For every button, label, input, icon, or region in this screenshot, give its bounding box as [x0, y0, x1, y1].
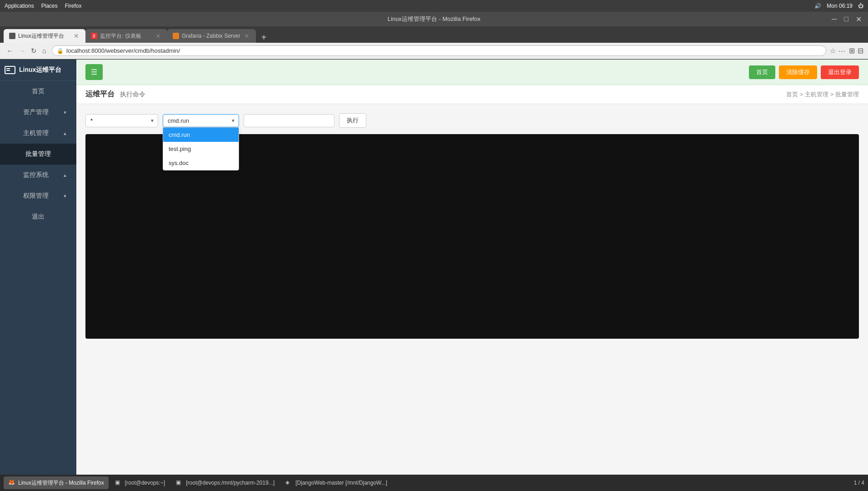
address-bar-wrap[interactable]: 🔒 — [52, 45, 826, 56]
forward-btn[interactable]: → — [17, 46, 27, 55]
sidebar-logo: Linux运维平台 — [0, 60, 76, 81]
tab-title-grafana: Grafana - Zabbix Server — [182, 33, 240, 39]
tab-close-monitor[interactable]: ✕ — [155, 32, 162, 40]
firefox-menu[interactable]: Firefox — [65, 3, 82, 9]
menu-toggle-btn[interactable]: ☰ — [85, 64, 103, 80]
browser-title: Linux运维管理平台 - Mozilla Firefox — [388, 15, 480, 23]
tab-icon-grafana — [173, 33, 179, 39]
arrow-assets: ▼ — [63, 110, 67, 115]
tab-title-monitor: 监控平台: 仪表板 — [100, 32, 152, 40]
btn-clear[interactable]: 清除缓存 — [779, 65, 817, 79]
taskbar-label-terminal2: [root@devops:/mnt/pycharm-2019...] — [186, 480, 274, 486]
browser-tabs: Linux运维管理平台 ✕ Z 监控平台: 仪表板 ✕ Grafana - Za… — [0, 26, 868, 43]
lock-icon: 🔒 — [57, 48, 64, 54]
cmd-input[interactable] — [244, 114, 334, 127]
browser-titlebar: Linux运维管理平台 - Mozilla Firefox ─ □ ✕ — [0, 12, 868, 26]
sidebar-label-permissions: 权限管理 — [9, 192, 63, 200]
sidebar-item-monitoring[interactable]: 监控系统 ▲ — [0, 165, 76, 185]
sidebar-label-monitoring: 监控系统 — [9, 171, 63, 179]
tab-monitor[interactable]: Z 监控平台: 仪表板 ✕ — [85, 29, 167, 43]
address-input[interactable] — [66, 47, 821, 54]
tab-title-linux: Linux运维管理平台 — [18, 32, 70, 40]
page-title: 运维平台 执行命令 — [85, 90, 145, 99]
main-content: ☰ 首页 清除缓存 退出登录 运维平台 执行命令 首页 > 主机管理 > 批量管… — [76, 60, 868, 491]
cmd-option-testping[interactable]: test.ping — [163, 142, 239, 156]
cmd-select-input-wrapper[interactable]: cmd.run test.ping sys.doc — [163, 114, 239, 127]
execute-btn[interactable]: 执行 — [339, 113, 366, 128]
back-btn[interactable]: ← — [5, 46, 15, 55]
arrow-hostmgmt: ▲ — [63, 131, 67, 136]
tab-close-grafana[interactable]: ✕ — [243, 32, 250, 40]
header-actions: 首页 清除缓存 退出登录 — [749, 65, 859, 79]
applications-menu[interactable]: Applications — [5, 3, 34, 9]
close-btn[interactable]: ✕ — [854, 15, 863, 24]
volume-icon[interactable]: 🔊 — [814, 3, 821, 9]
minimize-btn[interactable]: ─ — [830, 15, 838, 23]
sidebar: Linux运维平台 首页 资产管理 ▼ 主机管理 ▲ 批量管理 监控系统 ▲ 权… — [0, 60, 76, 491]
tab-close-linux[interactable]: ✕ — [73, 32, 80, 40]
tab-linux[interactable]: Linux运维管理平台 ✕ — [4, 29, 85, 43]
host-select[interactable]: * — [85, 114, 158, 127]
sidebar-item-batchmgmt[interactable]: 批量管理 — [0, 144, 76, 165]
os-topbar: Applications Places Firefox 🔊 Mon 06:19 … — [0, 0, 868, 12]
cmd-select[interactable]: cmd.run test.ping sys.doc — [163, 114, 239, 127]
menu-icon[interactable]: ⋯ — [838, 47, 845, 55]
tab-grafana[interactable]: Grafana - Zabbix Server ✕ — [167, 29, 256, 43]
sidebar-item-permissions[interactable]: 权限管理 ▼ — [0, 185, 76, 206]
library-icon[interactable]: ⊞ — [849, 46, 855, 55]
sidebar-item-logout[interactable]: 退出 — [0, 206, 76, 227]
address-actions: ☆ ⋯ — [830, 47, 845, 55]
taskbar-item-terminal2[interactable]: ▣ [root@devops:/mnt/pycharm-2019...] — [171, 476, 279, 489]
browser-chrome: Linux运维管理平台 - Mozilla Firefox ─ □ ✕ Linu… — [0, 12, 868, 60]
places-menu[interactable]: Places — [41, 3, 58, 9]
toolbar-row: * cmd.run test.ping sys.doc cmd.run — [85, 113, 859, 128]
sidebar-item-hostmgmt[interactable]: 主机管理 ▲ — [0, 123, 76, 144]
taskbar-item-django[interactable]: ◈ [DjangoWeb-master [/mnt/DjangoW...] — [281, 476, 392, 489]
taskbar-firefox-icon: 🦊 — [8, 479, 15, 486]
taskbar-django-icon: ◈ — [285, 479, 293, 486]
arrow-monitoring: ▲ — [63, 173, 67, 178]
taskbar-label-django: [DjangoWeb-master [/mnt/DjangoW...] — [295, 480, 387, 486]
tab-icon-monitor: Z — [91, 33, 97, 39]
sidebar-label-logout: 退出 — [9, 213, 67, 221]
sidebar-label-batchmgmt: 批量管理 — [9, 150, 67, 158]
taskbar-right: 1 / 4 — [854, 480, 864, 486]
nav-buttons: ← → ↻ ⌂ — [5, 46, 48, 56]
content-area: * cmd.run test.ping sys.doc cmd.run — [76, 104, 868, 491]
cmd-dropdown-container[interactable]: cmd.run test.ping sys.doc cmd.run test.p… — [163, 114, 239, 127]
taskbar-terminal2-icon: ▣ — [176, 479, 183, 486]
page-title-text: 运维平台 — [85, 90, 115, 98]
taskbar-terminal1-icon: ▣ — [115, 479, 122, 486]
taskbar: 🦊 Linux运维管理平台 - Mozilla Firefox ▣ [root@… — [0, 475, 868, 491]
btn-home[interactable]: 首页 — [749, 65, 775, 79]
cmd-option-sysdoc[interactable]: sys.doc — [163, 156, 239, 170]
btn-logout[interactable]: 退出登录 — [821, 65, 859, 79]
power-icon[interactable]: ⏻ — [858, 3, 863, 9]
clock: Mon 06:19 — [827, 3, 853, 9]
sidebar-item-assets[interactable]: 资产管理 ▼ — [0, 102, 76, 123]
sidebar-item-home[interactable]: 首页 — [0, 81, 76, 102]
tab-icon-linux — [9, 33, 15, 39]
page-subtitle-text: 执行命令 — [120, 90, 145, 98]
browser-addressbar: ← → ↻ ⌂ 🔒 ☆ ⋯ ⊞ ⊟ — [0, 43, 868, 59]
titlebar-controls: ─ □ ✕ — [830, 15, 863, 24]
sidebar-label-home: 首页 — [9, 87, 67, 95]
logo-text: Linux运维平台 — [19, 66, 61, 74]
breadcrumb: 首页 > 主机管理 > 批量管理 — [786, 90, 859, 99]
sidebar-toggle-icon[interactable]: ⊟ — [858, 46, 863, 55]
cmd-dropdown-menu: cmd.run test.ping sys.doc — [163, 127, 239, 170]
taskbar-item-terminal1[interactable]: ▣ [root@devops:~] — [110, 476, 170, 489]
arrow-permissions: ▼ — [63, 194, 67, 199]
taskbar-item-firefox[interactable]: 🦊 Linux运维管理平台 - Mozilla Firefox — [4, 476, 109, 489]
home-btn[interactable]: ⌂ — [40, 46, 48, 55]
bookmarks-icon[interactable]: ☆ — [830, 47, 836, 55]
taskbar-label-firefox: Linux运维管理平台 - Mozilla Firefox — [18, 479, 104, 487]
host-select-wrapper[interactable]: * — [85, 114, 158, 127]
breadcrumb-bar: 运维平台 执行命令 首页 > 主机管理 > 批量管理 — [76, 85, 868, 104]
sidebar-label-assets: 资产管理 — [9, 108, 63, 116]
main-header: ☰ 首页 清除缓存 退出登录 — [76, 60, 868, 85]
refresh-btn[interactable]: ↻ — [29, 46, 39, 56]
new-tab-btn[interactable]: + — [258, 32, 270, 43]
maximize-btn[interactable]: □ — [842, 15, 850, 23]
cmd-option-cmdrun[interactable]: cmd.run — [163, 128, 239, 142]
